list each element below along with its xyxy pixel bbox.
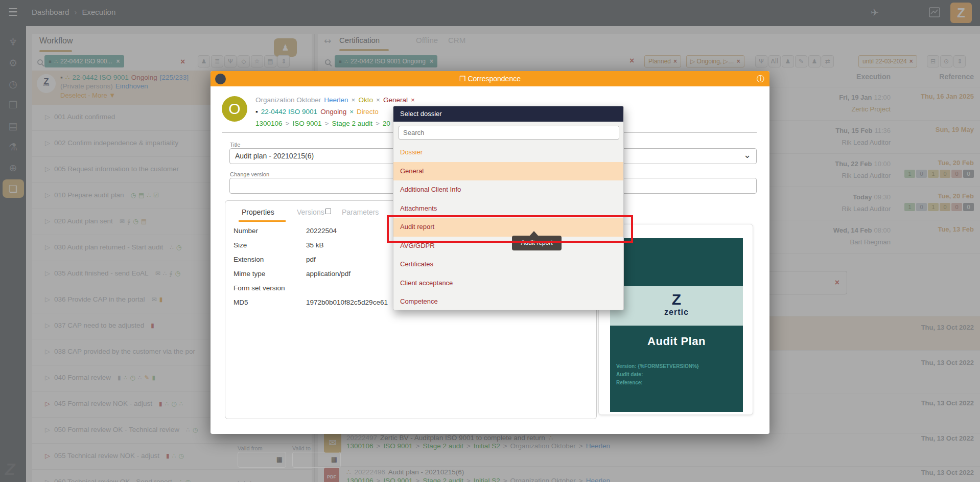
versions-checkbox[interactable] (325, 209, 331, 214)
dossier-search-input[interactable] (399, 126, 619, 140)
folder-icon: ❐ (459, 75, 466, 83)
valid-to-label: Valid to (292, 445, 311, 451)
tab-properties[interactable]: Properties (242, 208, 274, 216)
tab-parameters[interactable]: Parameters (342, 208, 379, 216)
valid-to-input[interactable]: ▦ (292, 452, 341, 468)
info-icon[interactable]: ⓘ (757, 71, 764, 86)
dossier-option[interactable]: Dossier (393, 143, 623, 162)
organization-avatar: O (222, 96, 247, 122)
dossier-option[interactable]: Competence (393, 292, 623, 310)
annotation-highlight (387, 215, 633, 243)
app-root: ☰ Dashboard›Execution ✈ Z ♆⚙◷❐▤⚗⊕❏ Z Wor… (0, 0, 980, 482)
dossier-option[interactable]: General (393, 162, 623, 181)
context-path[interactable]: 1300106>ISO 9001>Stage 2 audit>20 (255, 120, 393, 127)
valid-from-label: Valid from (238, 445, 263, 451)
pdf-preview-poster: Z zertic Audit Plan Version: {%FORMSETVE… (610, 238, 743, 412)
title-field-label: Title (230, 142, 240, 148)
calendar-icon[interactable]: ▦ (331, 455, 337, 463)
valid-from-input[interactable]: ▦ (238, 452, 286, 468)
context-chips-row2[interactable]: ▪22-0442 ISO 9001Ongoing×Directo (255, 108, 382, 116)
document-title: Audit Plan (610, 335, 743, 348)
calendar-icon[interactable]: ▦ (276, 455, 283, 463)
tab-versions[interactable]: Versions (297, 208, 331, 216)
document-meta: Version: {%FORMSETVERSION%}Audit date:Re… (616, 362, 743, 387)
active-tab-underline (239, 220, 286, 222)
modal-title: Correspondence (468, 75, 521, 83)
change-version-label: Change version (230, 171, 269, 177)
select-dossier-popup: Select dossier DossierGeneralAdditional … (393, 106, 624, 310)
dossier-option[interactable]: Additional Client Info (393, 180, 623, 199)
drag-handle[interactable] (215, 74, 226, 84)
modal-header: ❐ Correspondence ⓘ (211, 71, 769, 86)
dossier-option[interactable]: Certificates (393, 255, 623, 274)
dossier-option[interactable]: Client acceptance (393, 274, 623, 293)
context-chips-row1[interactable]: Organization OktoberHeerlen×Okto×General… (255, 96, 418, 104)
popup-title: Select dossier (393, 106, 623, 122)
zertic-wordmark: zertic (610, 308, 743, 317)
chevron-down-icon: ⌄ (743, 149, 751, 160)
